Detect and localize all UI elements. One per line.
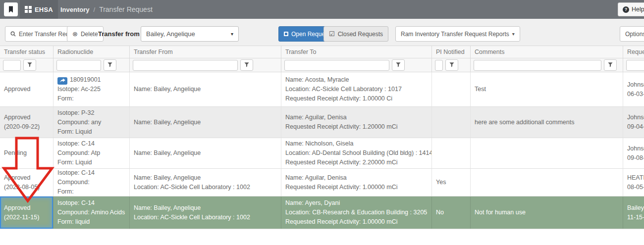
cell-line: Not for human use [475, 208, 619, 217]
filter-cell-pi [432, 58, 471, 72]
cell-line: Form: [57, 94, 125, 103]
cell-to: Name: Acosta, MyracleLocation: AC-Sickle… [281, 72, 432, 106]
pi-select-dropdown[interactable]: Bailey, Angelique ▾ [141, 26, 239, 42]
cell-to: Name: Aguilar, DenisaRequested Receipt A… [281, 107, 432, 138]
cell-line: Isotope: Ac-225 [57, 85, 125, 94]
cell-status: Approved(2022-08-05) [0, 169, 54, 196]
transfer-forward-badge-icon[interactable] [57, 77, 67, 85]
delete-icon: ⊗ [72, 30, 78, 38]
cell-line: Bailey, [627, 203, 644, 213]
inventory-number: 180919001 [70, 76, 101, 83]
cell-line: Name: Nicholson, Gisela [285, 139, 428, 148]
closed-requests-button[interactable]: ☑ Closed Requests [323, 26, 388, 42]
column-header-label: Radionuclide [57, 49, 93, 55]
cell-line: Name: Bailey, Angelique [134, 148, 277, 158]
column-header-label: Transfer status [4, 49, 45, 55]
cell-line: HEATH [627, 173, 644, 183]
filter-input-comments[interactable] [474, 60, 601, 71]
filter-funnel-button-pi[interactable] [445, 59, 458, 71]
filter-funnel-button-from[interactable] [240, 59, 253, 71]
column-header-requested[interactable]: Reques [623, 46, 644, 58]
options-label: Options [625, 31, 644, 38]
transfer-request-row[interactable]: Approved(2022-11-15)Isotope: C-14Compoun… [0, 196, 644, 229]
cell-line: Name: Bailey, Angelique [134, 85, 277, 94]
cell-comments: here are some additionall comments [471, 107, 623, 138]
transfer-request-row[interactable]: Approved(2020-09-22)Isotope: P-32Compoun… [0, 107, 644, 138]
toolbar: Enter Transfer Request ⊗ Delete Transfer… [0, 19, 644, 46]
cell-from: Name: Bailey, Angelique [130, 138, 281, 168]
cell-line: Isotope: C-14 [57, 139, 125, 148]
transfer-request-row[interactable]: Approved180919001Isotope: Ac-225Form:Nam… [0, 72, 644, 107]
cell-line: Requested Receipt Activity: 1.00000 Ci [285, 94, 428, 103]
filter-input-radionuclide[interactable] [56, 60, 101, 71]
filter-input-from[interactable] [133, 60, 238, 71]
filter-funnel-button-status[interactable] [23, 59, 36, 71]
cell-line: Isotope: C-14 [57, 198, 125, 208]
column-header-label: Transfer To [285, 49, 317, 55]
reports-dropdown-label: Ram Inventory Transfer Request Reports [401, 31, 509, 38]
cell-line: Yes [436, 178, 466, 187]
cell-line: Approved [4, 173, 49, 183]
app-menu-button[interactable]: EHSA [20, 0, 58, 19]
cell-line: Name: Aguilar, Denisa [285, 173, 428, 183]
cell-line: Johnso [627, 80, 644, 90]
filter-input-requested[interactable] [626, 60, 644, 71]
help-icon: ? [623, 6, 629, 13]
cell-line: Name: Bailey, Angelique [134, 173, 277, 183]
cell-line: Name: Acosta, Myracle [285, 75, 428, 85]
cell-from: Name: Bailey, AngeliqueLocation: AC-Sick… [130, 196, 281, 229]
column-header-comments[interactable]: Comments [471, 46, 623, 58]
filter-funnel-button-comments[interactable] [604, 59, 617, 71]
cell-line: Johnso [627, 113, 644, 122]
cell-line: here are some additionall comments [475, 118, 619, 127]
delete-label: Delete [81, 31, 98, 38]
grid-header-row: Transfer statusRadionuclideTransfer From… [0, 46, 644, 58]
cell-line: Location: AD-Dental School Building (Old… [285, 148, 428, 158]
bookmark-button[interactable] [4, 2, 18, 16]
column-header-radionuclide[interactable]: Radionuclide [54, 46, 130, 58]
chevron-down-icon: ▾ [512, 31, 515, 37]
cell-line: Compound: Atp [57, 148, 125, 158]
grid-filter-row [0, 58, 644, 72]
cell-line: Location: CB-Research & Education Buildi… [285, 208, 428, 217]
cell-line: Name: Bailey, Angelique [134, 203, 277, 213]
cell-line: Compound: any [57, 118, 125, 127]
options-button[interactable]: Options [620, 26, 644, 42]
transfer-request-row[interactable]: PendingIsotope: C-14Compound: AtpForm: L… [0, 138, 644, 169]
filter-input-to[interactable] [284, 60, 389, 71]
cell-requested: Johnso09-04-2 [623, 107, 644, 138]
filter-input-status[interactable] [3, 60, 21, 71]
filter-funnel-button-radionuclide[interactable] [104, 59, 116, 71]
cell-status: Approved(2020-09-22) [0, 107, 54, 138]
breadcrumb: Inventory / Transfer Request [60, 0, 153, 19]
cell-line: Compound: [57, 178, 125, 187]
cell-requested: Johnso06-03-2 [623, 72, 644, 106]
filter-cell-comments [471, 58, 623, 72]
cell-line: Form: Liquid [57, 158, 125, 167]
cell-requested: Bailey,11-15-2 [623, 196, 644, 229]
cell-line: Location: AC-Sickle Cell Laboratory : 10… [134, 183, 277, 192]
cell-line: Isotope: C-14 [57, 169, 125, 178]
filter-funnel-button-to[interactable] [392, 59, 405, 71]
reports-dropdown-button[interactable]: Ram Inventory Transfer Request Reports ▾ [395, 26, 520, 42]
help-button[interactable]: ? Help [618, 2, 644, 16]
closed-requests-label: Closed Requests [338, 31, 383, 38]
cell-pi: No [432, 196, 471, 229]
column-header-to[interactable]: Transfer To [281, 46, 432, 58]
column-header-pi[interactable]: PI Notified [432, 46, 471, 58]
filter-input-pi[interactable] [435, 60, 443, 71]
column-header-label: Reques [627, 49, 644, 55]
cell-line: (2022-11-15) [4, 213, 49, 222]
open-requests-icon [284, 32, 288, 36]
funnel-icon [449, 61, 454, 69]
cell-line: (2022-08-05) [4, 183, 49, 192]
cell-radionuclide: Isotope: C-14Compound:Form: [54, 169, 130, 196]
cell-line: Location: AC-Sickle Cell Laboratory : 10… [285, 85, 428, 94]
cell-to: Name: Aguilar, DenisaRequested Receipt A… [281, 169, 432, 196]
column-header-from[interactable]: Transfer From [130, 46, 281, 58]
transfer-request-row[interactable]: Approved(2022-08-05)Isotope: C-14Compoun… [0, 169, 644, 196]
column-header-status[interactable]: Transfer status [0, 46, 54, 58]
apps-grid-icon [25, 6, 32, 13]
column-header-label: PI Notified [436, 49, 465, 55]
breadcrumb-inventory[interactable]: Inventory [60, 6, 90, 13]
